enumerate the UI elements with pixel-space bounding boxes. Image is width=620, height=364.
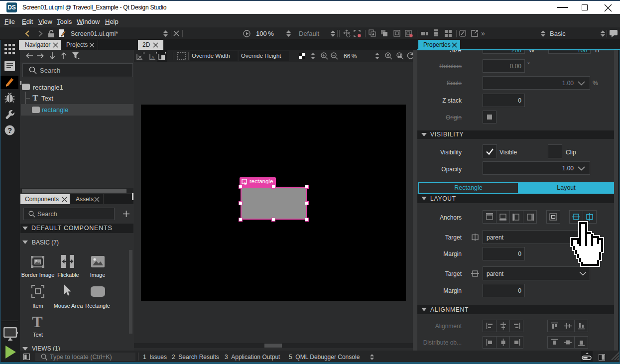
svg-text:A: A — [151, 55, 154, 60]
svg-text:?: ? — [7, 126, 12, 134]
